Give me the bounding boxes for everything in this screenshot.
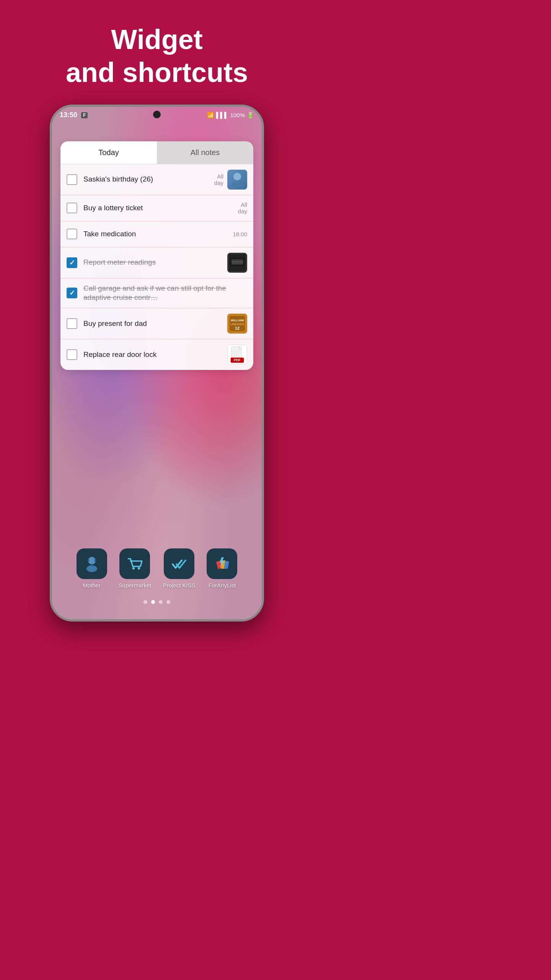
project-kiss-label: Project KISS — [163, 582, 195, 589]
dot-1 — [143, 600, 147, 604]
svg-text:LAWSON'S: LAWSON'S — [230, 323, 244, 326]
shortcut-supermarket[interactable]: Supermarket — [119, 548, 152, 589]
battery-icon: 🔋 — [247, 112, 254, 119]
f-badge: F — [81, 112, 88, 118]
dot-4 — [166, 600, 170, 604]
task-meta-2: Allday — [238, 201, 247, 214]
mother-icon — [77, 548, 107, 579]
mother-label: Mother — [83, 582, 101, 589]
task-thumb-7: PDF — [227, 345, 247, 365]
task-text-6: Buy present for dad — [83, 319, 223, 329]
task-meta-3: 18:00 — [233, 231, 247, 237]
task-text-5: Call garage and ask if we can still opt … — [83, 284, 247, 303]
shortcut-project-kiss[interactable]: Project KISS — [163, 548, 195, 589]
checkbox-7[interactable] — [67, 349, 77, 360]
foranylist-icon — [207, 548, 237, 579]
task-text-7: Replace rear door lock — [83, 350, 223, 360]
battery-label: 100% — [230, 112, 245, 118]
dot-2 — [151, 600, 155, 604]
svg-text:12: 12 — [235, 326, 240, 330]
task-meta-1: Allday — [214, 173, 223, 186]
svg-rect-19 — [95, 559, 96, 562]
svg-point-0 — [233, 173, 241, 180]
checkbox-1[interactable] — [67, 174, 77, 185]
supermarket-label: Supermarket — [119, 582, 152, 589]
svg-text:555555: 555555 — [232, 261, 243, 264]
list-item[interactable]: Report meter readings 555555 — [60, 247, 253, 278]
project-kiss-icon — [164, 548, 194, 579]
foranylist-label: ForAnyList — [209, 582, 236, 589]
power-button — [262, 183, 264, 206]
phone-shell: 13:50 F 📶 ▌▌▌ 100% 🔋 Today All notes — [50, 105, 264, 622]
checkbox-5[interactable] — [67, 288, 77, 298]
task-thumb-1 — [227, 170, 247, 190]
task-thumb-4: 555555 — [227, 253, 247, 273]
svg-point-17 — [86, 565, 97, 572]
svg-point-20 — [132, 567, 135, 569]
checkbox-6[interactable] — [67, 318, 77, 329]
svg-text:PDF: PDF — [234, 358, 240, 362]
shortcut-mother[interactable]: Mother — [77, 548, 107, 589]
svg-point-21 — [138, 567, 140, 569]
list-item[interactable]: Replace rear door lock PDF — [60, 339, 253, 370]
home-shortcuts: Mother Supermarket Projec — [52, 548, 262, 589]
tab-today[interactable]: Today — [60, 141, 157, 164]
svg-point-1 — [231, 182, 243, 187]
tab-all-notes[interactable]: All notes — [157, 141, 253, 164]
status-time: 13:50 — [60, 111, 77, 119]
task-text-3: Take medication — [83, 229, 229, 239]
signal-icon: ▌▌▌ — [216, 112, 228, 118]
list-item[interactable]: Call garage and ask if we can still opt … — [60, 278, 253, 308]
dot-3 — [159, 600, 163, 604]
checkbox-4[interactable] — [67, 257, 77, 268]
task-thumb-6: WILLIAM LAWSON'S 12 — [227, 314, 247, 334]
svg-rect-18 — [88, 559, 89, 562]
page-title: Widget and shortcuts — [66, 23, 248, 89]
home-dots — [52, 600, 262, 604]
widget: Today All notes Saskia's birthday (26) A… — [60, 141, 253, 370]
list-item[interactable]: Buy present for dad WILLIAM LAWSON'S 12 — [60, 308, 253, 339]
task-text-2: Buy a lottery ticket — [83, 203, 234, 213]
wifi-icon: 📶 — [207, 112, 214, 119]
checkbox-3[interactable] — [67, 229, 77, 239]
supermarket-icon — [119, 548, 150, 579]
camera-notch — [153, 111, 161, 118]
list-item[interactable]: Saskia's birthday (26) Allday — [60, 164, 253, 195]
list-item[interactable]: Buy a lottery ticket Allday — [60, 195, 253, 221]
widget-tabs: Today All notes — [60, 141, 253, 164]
svg-text:WILLIAM: WILLIAM — [231, 319, 244, 322]
list-item[interactable]: Take medication 18:00 — [60, 221, 253, 247]
shortcut-foranylist[interactable]: ForAnyList — [207, 548, 237, 589]
status-right: 📶 ▌▌▌ 100% 🔋 — [207, 112, 254, 119]
checkbox-2[interactable] — [67, 203, 77, 213]
task-text-1: Saskia's birthday (26) — [83, 175, 210, 184]
widget-list: Saskia's birthday (26) Allday Buy a lott… — [60, 164, 253, 370]
task-text-4: Report meter readings — [83, 258, 223, 267]
